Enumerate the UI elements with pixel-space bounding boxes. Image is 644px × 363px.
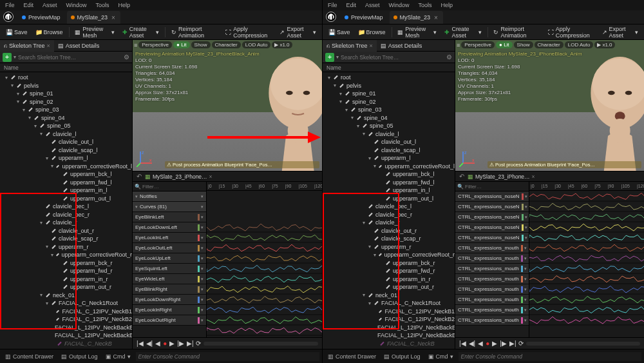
- curve-track[interactable]: EyeWideLeft▾: [133, 274, 206, 284]
- curve-track[interactable]: CTRL_expressions_mouth▾: [455, 284, 529, 295]
- tab-animation-asset[interactable]: ▦MySlate_23_iPhone…×: [464, 173, 538, 180]
- bone-item[interactable]: ▾spine_01: [323, 90, 455, 98]
- bone-item[interactable]: ▾spine_02: [0, 98, 132, 106]
- curve-track[interactable]: EyeLookUpLeft▾: [133, 253, 206, 264]
- step-forward-button[interactable]: |▶: [177, 340, 184, 347]
- lit-dropdown[interactable]: ● Lit: [173, 41, 190, 48]
- close-icon[interactable]: ×: [111, 14, 115, 21]
- bone-item[interactable]: ▾neck_01: [323, 291, 455, 300]
- bone-item[interactable]: FACIAL_C_12IPV_NeckB1: [323, 308, 455, 316]
- bone-item[interactable]: upperarm_fwd_l: [323, 179, 455, 187]
- track-filter-input[interactable]: [142, 184, 210, 190]
- viewport-menu-icon[interactable]: ≡: [457, 42, 460, 48]
- bone-item[interactable]: FACIAL_L_12IPV_NeckBackB2: [323, 331, 455, 340]
- bone-item[interactable]: ▾upperarm_l: [323, 154, 455, 162]
- playback-speed[interactable]: ▶x1.0: [272, 41, 292, 48]
- bone-item[interactable]: FACIAL_L_12IPV_NeckBackB1: [323, 324, 455, 332]
- record-button[interactable]: ●: [486, 340, 489, 347]
- bone-item[interactable]: FACIAL_C_NeckB: [0, 340, 132, 348]
- bone-item[interactable]: ▾root: [0, 74, 132, 82]
- save-button[interactable]: 💾Save: [3, 28, 31, 37]
- play-button[interactable]: ▶: [169, 340, 175, 347]
- bone-item[interactable]: ▾pelvis: [323, 82, 455, 90]
- gear-icon[interactable]: ⚙: [446, 54, 452, 61]
- scrubber-slider[interactable]: [526, 342, 640, 346]
- tab-myslate[interactable]: MySlate_23×: [67, 11, 120, 24]
- bone-item[interactable]: upperarm_in_l: [0, 186, 132, 195]
- curve-graph[interactable]: |0|15|30|45|60|75|90|105|120|135|150: [529, 182, 644, 337]
- bone-item[interactable]: clavicle_scap_r: [0, 235, 132, 243]
- curve-track[interactable]: EyeLookInLeft▾: [133, 233, 206, 243]
- viewport-3d[interactable]: ≡ Perspective ● Lit Show Character LOD A…: [455, 40, 644, 172]
- bone-item[interactable]: clavicle_out_r: [323, 227, 455, 235]
- play-reverse-button[interactable]: ◀: [478, 340, 483, 347]
- add-bone-button[interactable]: +: [325, 53, 334, 62]
- curve-track[interactable]: EyeBlinkRight▾: [133, 284, 206, 295]
- step-back-button[interactable]: ◀|: [146, 340, 153, 347]
- curve-track[interactable]: CTRL_expressions_mouth▾: [455, 243, 529, 253]
- curve-track[interactable]: EyeLookInRight▾: [133, 305, 206, 315]
- lit-dropdown[interactable]: ● Lit: [496, 41, 513, 48]
- bone-item[interactable]: upperarm_out_l: [323, 195, 455, 203]
- bone-item[interactable]: upperarm_bck_r: [323, 259, 455, 268]
- bone-item[interactable]: ▾neck_01: [0, 291, 132, 300]
- bone-item[interactable]: clavicle_scap_l: [0, 146, 132, 155]
- create-asset-button[interactable]: ✚Create Asset▾: [119, 25, 162, 40]
- bone-item[interactable]: ▾spine_02: [323, 98, 455, 106]
- menu-asset[interactable]: Asset: [365, 2, 380, 8]
- bone-item[interactable]: upperarm_out_l: [0, 195, 132, 203]
- bone-item[interactable]: upperarm_fwd_r: [323, 267, 455, 275]
- browse-button[interactable]: 📁Browse: [355, 28, 389, 37]
- menu-help[interactable]: Help: [441, 2, 453, 8]
- bone-item[interactable]: upperarm_in_r: [0, 275, 132, 284]
- bone-item[interactable]: ▾spine_03: [323, 106, 455, 114]
- bone-item[interactable]: ▾FACIAL_C_Neck1Root: [323, 299, 455, 308]
- close-icon[interactable]: ×: [434, 14, 438, 21]
- warning-banner[interactable]: ⚠ Post process Animation Blueprint 'Face…: [165, 161, 319, 168]
- viewport-menu-icon[interactable]: ≡: [134, 42, 137, 48]
- preview-mesh-button[interactable]: ▦Preview Mesh▾: [71, 25, 117, 40]
- tab-previewmap[interactable]: PreviewMap: [341, 11, 388, 24]
- curve-track[interactable]: CTRL_expressions_mouth▾: [455, 264, 529, 274]
- tab-previewmap[interactable]: PreviewMap: [18, 11, 66, 24]
- record-button[interactable]: ●: [163, 340, 167, 347]
- to-end-button[interactable]: ▶|: [509, 340, 516, 347]
- bone-item[interactable]: FACIAL_L_12IPV_NeckBackB2: [0, 331, 132, 340]
- menu-edit[interactable]: Edit: [346, 2, 357, 8]
- bone-item[interactable]: ▾clavicle_r: [323, 219, 455, 227]
- apply-compression-button[interactable]: ⛶Apply Compression: [222, 25, 275, 40]
- lod-dropdown[interactable]: LOD Auto: [242, 41, 271, 48]
- bone-item[interactable]: ▾upperarm_correctiveRoot_r: [0, 251, 132, 259]
- bone-item[interactable]: clavicle_scap_l: [323, 146, 455, 155]
- close-icon[interactable]: ×: [47, 43, 50, 49]
- output-log-button[interactable]: ▤Output Log: [59, 353, 100, 360]
- menu-tools[interactable]: Tools: [419, 2, 432, 8]
- close-icon[interactable]: ×: [370, 43, 373, 49]
- reimport-button[interactable]: ↻Reimport Animation: [490, 25, 543, 40]
- bone-item[interactable]: upperarm_out_r: [0, 283, 132, 291]
- curve-track[interactable]: CTRL_expressions_noseN▾: [455, 222, 529, 233]
- bone-item[interactable]: upperarm_bck_r: [0, 259, 132, 268]
- bone-item[interactable]: clavicle_pec_r: [323, 211, 455, 219]
- scrubber-slider[interactable]: [204, 342, 318, 346]
- bone-item[interactable]: clavicle_out_r: [0, 227, 132, 235]
- bone-item[interactable]: upperarm_fwd_l: [0, 179, 132, 187]
- browse-button[interactable]: 📁Browse: [32, 28, 66, 37]
- curve-track[interactable]: CTRL_expressions_mouth▾: [455, 295, 529, 305]
- export-asset-button[interactable]: ↗Export Asset▾: [599, 25, 641, 40]
- apply-compression-button[interactable]: ⛶Apply Compression: [545, 25, 598, 40]
- menu-file[interactable]: File: [5, 2, 15, 8]
- curve-track[interactable]: EyeLookDownLeft▾: [133, 222, 206, 233]
- character-dropdown[interactable]: Character: [212, 41, 241, 48]
- output-log-button[interactable]: ▤Output Log: [381, 353, 423, 360]
- console-input[interactable]: [459, 352, 641, 361]
- console-input[interactable]: [136, 352, 319, 361]
- unreal-logo-icon[interactable]: [3, 11, 14, 23]
- menu-file[interactable]: File: [328, 2, 337, 8]
- curve-track[interactable]: EyeLookDownRight▾: [133, 295, 206, 305]
- perspective-dropdown[interactable]: Perspective: [138, 41, 172, 48]
- play-button[interactable]: ▶: [492, 340, 497, 347]
- bone-item[interactable]: ▾upperarm_correctiveRoot_l: [323, 162, 455, 171]
- curve-track[interactable]: CTRL_expressions_noseN▾: [455, 191, 529, 202]
- timeline-ruler[interactable]: |0|15|30|45|60|75|90|105|120|135|150: [529, 182, 644, 191]
